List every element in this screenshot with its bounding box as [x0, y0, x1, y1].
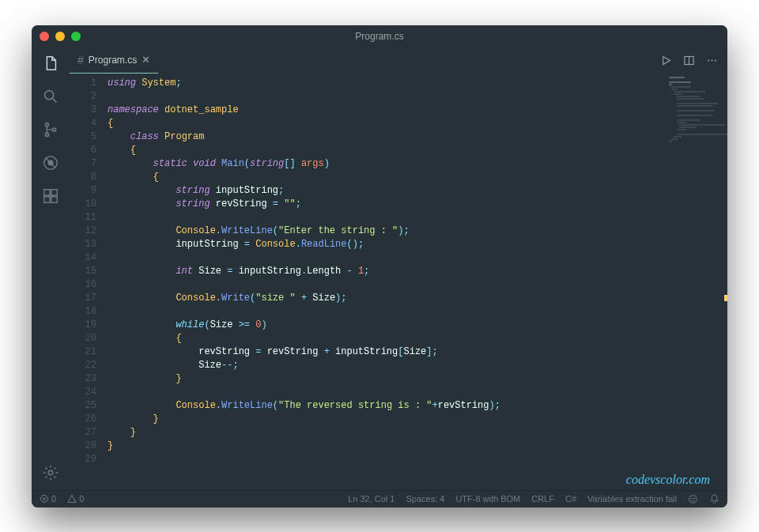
code-line[interactable]: { — [108, 144, 727, 157]
code-line[interactable]: } — [108, 426, 727, 440]
code-line[interactable] — [108, 90, 727, 104]
line-number: 8 — [70, 171, 96, 184]
line-number: 15 — [70, 265, 96, 278]
svg-point-17 — [691, 497, 692, 498]
line-number: 25 — [70, 399, 96, 413]
svg-point-5 — [48, 160, 53, 165]
code-line[interactable]: while(Size >= 0) — [108, 319, 727, 332]
settings-gear-icon[interactable] — [41, 463, 60, 482]
line-number: 24 — [70, 386, 96, 399]
tab-bar: # Program.cs ✕ — [70, 47, 727, 74]
search-icon[interactable] — [41, 87, 60, 106]
code-line[interactable]: } — [108, 413, 727, 426]
code-line[interactable]: inputString = Console.ReadLine(); — [108, 238, 727, 251]
code-line[interactable]: revString = revString + inputString[Size… — [108, 345, 727, 359]
line-number-gutter: 1234567891011121314151617181920212223242… — [70, 74, 108, 490]
notifications-bell-icon[interactable] — [709, 494, 719, 504]
line-number: 3 — [70, 104, 96, 117]
code-line[interactable] — [108, 386, 727, 399]
minimize-window-button[interactable] — [55, 32, 65, 41]
code-line[interactable]: using System; — [108, 77, 727, 90]
eol[interactable]: CRLF — [531, 494, 554, 504]
line-number: 6 — [70, 144, 96, 157]
svg-point-2 — [45, 133, 48, 136]
csharp-file-icon: # — [77, 54, 84, 66]
status-message[interactable]: Variables extraction fail — [587, 494, 677, 504]
line-number: 5 — [70, 130, 96, 144]
errors-count[interactable]: 0 — [40, 494, 56, 504]
more-actions-icon[interactable] — [706, 55, 718, 66]
encoding[interactable]: UTF-8 with BOM — [455, 494, 520, 504]
line-number: 17 — [70, 292, 96, 305]
line-number: 4 — [70, 117, 96, 130]
svg-point-13 — [712, 59, 713, 61]
line-number: 26 — [70, 413, 96, 426]
line-number: 29 — [70, 453, 96, 466]
split-editor-icon[interactable] — [683, 55, 695, 66]
close-tab-icon[interactable]: ✕ — [142, 54, 150, 66]
line-number: 23 — [70, 372, 96, 386]
source-control-icon[interactable] — [41, 120, 60, 139]
code-line[interactable]: static void Main(string[] args) — [108, 157, 727, 171]
code-line[interactable]: { — [108, 332, 727, 345]
window-body: # Program.cs ✕ 1234567891 — [32, 47, 727, 490]
scrollbar-marker — [724, 295, 727, 301]
line-number: 18 — [70, 305, 96, 319]
code-line[interactable]: { — [108, 171, 727, 184]
indentation[interactable]: Spaces: 4 — [406, 494, 444, 504]
language-mode[interactable]: C# — [565, 494, 576, 504]
editor-main: # Program.cs ✕ 1234567891 — [70, 47, 727, 490]
line-number: 21 — [70, 345, 96, 359]
extensions-icon[interactable] — [41, 187, 60, 206]
editor-window: Program.cs — [32, 25, 727, 507]
code-line[interactable]: Console.WriteLine("Enter the string : ")… — [108, 224, 727, 238]
code-line[interactable]: int Size = inputString.Length - 1; — [108, 265, 727, 278]
line-number: 27 — [70, 426, 96, 440]
explorer-icon[interactable] — [41, 54, 60, 73]
code-line[interactable]: } — [108, 440, 727, 453]
code-line[interactable] — [108, 251, 727, 265]
line-number: 9 — [70, 184, 96, 198]
code-line[interactable]: Console.Write("size " + Size); — [108, 292, 727, 305]
svg-rect-8 — [44, 196, 50, 202]
line-number: 11 — [70, 211, 96, 224]
svg-point-0 — [45, 90, 54, 99]
titlebar: Program.cs — [32, 25, 727, 47]
run-icon[interactable] — [660, 55, 672, 66]
svg-rect-7 — [51, 189, 57, 194]
tab-program-cs[interactable]: # Program.cs ✕ — [70, 47, 158, 74]
code-line[interactable]: string inputString; — [108, 184, 727, 198]
tab-label: Program.cs — [89, 55, 137, 66]
feedback-icon[interactable] — [688, 494, 698, 504]
line-number: 14 — [70, 251, 96, 265]
maximize-window-button[interactable] — [71, 32, 81, 41]
code-line[interactable]: } — [108, 372, 727, 386]
window-title: Program.cs — [32, 31, 727, 42]
code-line[interactable] — [108, 211, 727, 224]
code-line[interactable]: class Program — [108, 130, 727, 144]
cursor-position[interactable]: Ln 32, Col 1 — [348, 494, 395, 504]
debug-icon[interactable] — [41, 153, 60, 172]
close-window-button[interactable] — [40, 32, 49, 41]
code-line[interactable]: { — [108, 117, 727, 130]
editor-actions — [660, 47, 727, 74]
code-line[interactable] — [108, 278, 727, 292]
code-line[interactable] — [108, 305, 727, 319]
code-line[interactable] — [108, 453, 727, 466]
line-number: 19 — [70, 319, 96, 332]
svg-point-10 — [48, 470, 53, 475]
line-number: 20 — [70, 332, 96, 345]
line-number: 10 — [70, 198, 96, 211]
svg-point-1 — [45, 123, 48, 126]
editor-area[interactable]: 1234567891011121314151617181920212223242… — [70, 74, 727, 490]
warnings-count[interactable]: 0 — [67, 494, 84, 504]
code-line[interactable]: Console.WriteLine("The reversed string i… — [108, 399, 727, 413]
code-line[interactable]: Size--; — [108, 359, 727, 372]
line-number: 2 — [70, 90, 96, 104]
status-bar: 0 0 Ln 32, Col 1 Spaces: 4 UTF-8 with BO… — [32, 490, 727, 507]
code-content[interactable]: using System;namespace dotnet_sample{ cl… — [108, 74, 727, 490]
line-number: 7 — [70, 157, 96, 171]
code-line[interactable]: string revString = ""; — [108, 198, 727, 211]
line-number: 12 — [70, 224, 96, 238]
code-line[interactable]: namespace dotnet_sample — [108, 104, 727, 117]
